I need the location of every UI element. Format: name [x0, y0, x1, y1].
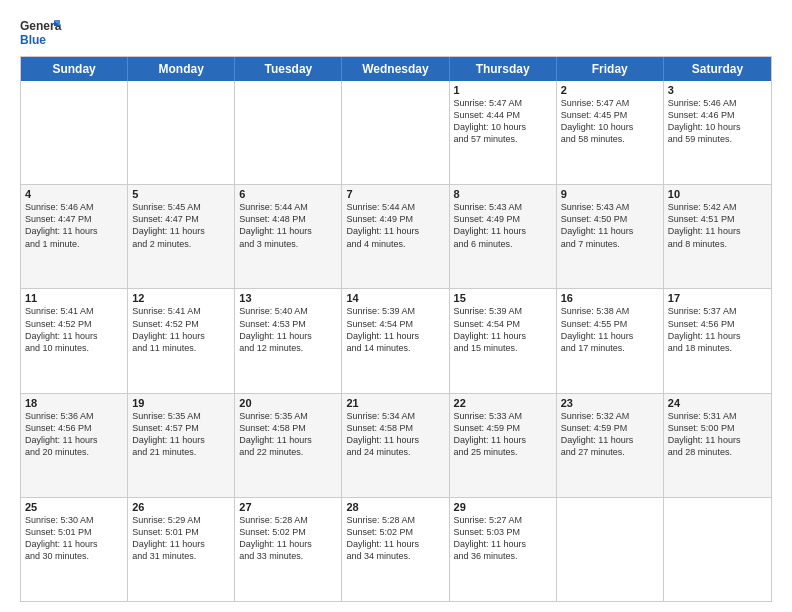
cal-cell-0-0: [21, 81, 128, 184]
day-number: 24: [668, 397, 767, 409]
cal-cell-1-3: 7Sunrise: 5:44 AM Sunset: 4:49 PM Daylig…: [342, 185, 449, 288]
cal-cell-1-2: 6Sunrise: 5:44 AM Sunset: 4:48 PM Daylig…: [235, 185, 342, 288]
header-day-saturday: Saturday: [664, 57, 771, 81]
day-info: Sunrise: 5:42 AM Sunset: 4:51 PM Dayligh…: [668, 201, 767, 250]
day-number: 6: [239, 188, 337, 200]
day-info: Sunrise: 5:39 AM Sunset: 4:54 PM Dayligh…: [454, 305, 552, 354]
calendar-row-2: 11Sunrise: 5:41 AM Sunset: 4:52 PM Dayli…: [21, 289, 771, 393]
day-number: 12: [132, 292, 230, 304]
cal-cell-0-1: [128, 81, 235, 184]
day-number: 27: [239, 501, 337, 513]
day-info: Sunrise: 5:35 AM Sunset: 4:57 PM Dayligh…: [132, 410, 230, 459]
day-info: Sunrise: 5:33 AM Sunset: 4:59 PM Dayligh…: [454, 410, 552, 459]
cal-cell-3-4: 22Sunrise: 5:33 AM Sunset: 4:59 PM Dayli…: [450, 394, 557, 497]
day-number: 9: [561, 188, 659, 200]
day-number: 29: [454, 501, 552, 513]
svg-text:Blue: Blue: [20, 33, 46, 47]
day-info: Sunrise: 5:45 AM Sunset: 4:47 PM Dayligh…: [132, 201, 230, 250]
day-info: Sunrise: 5:28 AM Sunset: 5:02 PM Dayligh…: [346, 514, 444, 563]
cal-cell-4-6: [664, 498, 771, 601]
day-number: 28: [346, 501, 444, 513]
page: General Blue SundayMondayTuesdayWednesda…: [0, 0, 792, 612]
day-number: 13: [239, 292, 337, 304]
cal-cell-0-2: [235, 81, 342, 184]
cal-cell-1-0: 4Sunrise: 5:46 AM Sunset: 4:47 PM Daylig…: [21, 185, 128, 288]
day-info: Sunrise: 5:43 AM Sunset: 4:50 PM Dayligh…: [561, 201, 659, 250]
day-info: Sunrise: 5:44 AM Sunset: 4:48 PM Dayligh…: [239, 201, 337, 250]
day-info: Sunrise: 5:38 AM Sunset: 4:55 PM Dayligh…: [561, 305, 659, 354]
day-number: 11: [25, 292, 123, 304]
calendar-body: 1Sunrise: 5:47 AM Sunset: 4:44 PM Daylig…: [21, 81, 771, 601]
day-info: Sunrise: 5:34 AM Sunset: 4:58 PM Dayligh…: [346, 410, 444, 459]
day-number: 20: [239, 397, 337, 409]
cal-cell-3-0: 18Sunrise: 5:36 AM Sunset: 4:56 PM Dayli…: [21, 394, 128, 497]
logo: General Blue: [20, 16, 62, 48]
day-info: Sunrise: 5:29 AM Sunset: 5:01 PM Dayligh…: [132, 514, 230, 563]
cal-cell-2-6: 17Sunrise: 5:37 AM Sunset: 4:56 PM Dayli…: [664, 289, 771, 392]
calendar-header: SundayMondayTuesdayWednesdayThursdayFrid…: [21, 57, 771, 81]
day-number: 7: [346, 188, 444, 200]
day-number: 14: [346, 292, 444, 304]
cal-cell-4-1: 26Sunrise: 5:29 AM Sunset: 5:01 PM Dayli…: [128, 498, 235, 601]
day-info: Sunrise: 5:47 AM Sunset: 4:44 PM Dayligh…: [454, 97, 552, 146]
header-day-wednesday: Wednesday: [342, 57, 449, 81]
logo-svg: General Blue: [20, 16, 62, 48]
calendar-row-0: 1Sunrise: 5:47 AM Sunset: 4:44 PM Daylig…: [21, 81, 771, 185]
day-number: 22: [454, 397, 552, 409]
cal-cell-3-5: 23Sunrise: 5:32 AM Sunset: 4:59 PM Dayli…: [557, 394, 664, 497]
cal-cell-3-2: 20Sunrise: 5:35 AM Sunset: 4:58 PM Dayli…: [235, 394, 342, 497]
day-info: Sunrise: 5:41 AM Sunset: 4:52 PM Dayligh…: [25, 305, 123, 354]
cal-cell-4-4: 29Sunrise: 5:27 AM Sunset: 5:03 PM Dayli…: [450, 498, 557, 601]
cal-cell-4-2: 27Sunrise: 5:28 AM Sunset: 5:02 PM Dayli…: [235, 498, 342, 601]
cal-cell-0-4: 1Sunrise: 5:47 AM Sunset: 4:44 PM Daylig…: [450, 81, 557, 184]
cal-cell-4-5: [557, 498, 664, 601]
day-number: 2: [561, 84, 659, 96]
cal-cell-2-2: 13Sunrise: 5:40 AM Sunset: 4:53 PM Dayli…: [235, 289, 342, 392]
cal-cell-3-1: 19Sunrise: 5:35 AM Sunset: 4:57 PM Dayli…: [128, 394, 235, 497]
header-day-friday: Friday: [557, 57, 664, 81]
day-number: 21: [346, 397, 444, 409]
day-info: Sunrise: 5:43 AM Sunset: 4:49 PM Dayligh…: [454, 201, 552, 250]
cal-cell-2-4: 15Sunrise: 5:39 AM Sunset: 4:54 PM Dayli…: [450, 289, 557, 392]
header: General Blue: [20, 16, 772, 48]
day-info: Sunrise: 5:44 AM Sunset: 4:49 PM Dayligh…: [346, 201, 444, 250]
header-day-sunday: Sunday: [21, 57, 128, 81]
day-number: 5: [132, 188, 230, 200]
header-day-thursday: Thursday: [450, 57, 557, 81]
day-info: Sunrise: 5:40 AM Sunset: 4:53 PM Dayligh…: [239, 305, 337, 354]
day-number: 26: [132, 501, 230, 513]
day-info: Sunrise: 5:31 AM Sunset: 5:00 PM Dayligh…: [668, 410, 767, 459]
day-number: 4: [25, 188, 123, 200]
day-info: Sunrise: 5:36 AM Sunset: 4:56 PM Dayligh…: [25, 410, 123, 459]
cal-cell-2-5: 16Sunrise: 5:38 AM Sunset: 4:55 PM Dayli…: [557, 289, 664, 392]
day-info: Sunrise: 5:27 AM Sunset: 5:03 PM Dayligh…: [454, 514, 552, 563]
calendar-row-4: 25Sunrise: 5:30 AM Sunset: 5:01 PM Dayli…: [21, 498, 771, 601]
cal-cell-1-1: 5Sunrise: 5:45 AM Sunset: 4:47 PM Daylig…: [128, 185, 235, 288]
day-info: Sunrise: 5:30 AM Sunset: 5:01 PM Dayligh…: [25, 514, 123, 563]
day-number: 3: [668, 84, 767, 96]
day-info: Sunrise: 5:39 AM Sunset: 4:54 PM Dayligh…: [346, 305, 444, 354]
cal-cell-2-0: 11Sunrise: 5:41 AM Sunset: 4:52 PM Dayli…: [21, 289, 128, 392]
day-number: 8: [454, 188, 552, 200]
header-day-monday: Monday: [128, 57, 235, 81]
day-info: Sunrise: 5:47 AM Sunset: 4:45 PM Dayligh…: [561, 97, 659, 146]
cal-cell-2-1: 12Sunrise: 5:41 AM Sunset: 4:52 PM Dayli…: [128, 289, 235, 392]
day-number: 16: [561, 292, 659, 304]
header-day-tuesday: Tuesday: [235, 57, 342, 81]
cal-cell-0-5: 2Sunrise: 5:47 AM Sunset: 4:45 PM Daylig…: [557, 81, 664, 184]
cal-cell-4-3: 28Sunrise: 5:28 AM Sunset: 5:02 PM Dayli…: [342, 498, 449, 601]
cal-cell-2-3: 14Sunrise: 5:39 AM Sunset: 4:54 PM Dayli…: [342, 289, 449, 392]
day-number: 10: [668, 188, 767, 200]
cal-cell-0-3: [342, 81, 449, 184]
calendar: SundayMondayTuesdayWednesdayThursdayFrid…: [20, 56, 772, 602]
cal-cell-3-3: 21Sunrise: 5:34 AM Sunset: 4:58 PM Dayli…: [342, 394, 449, 497]
cal-cell-3-6: 24Sunrise: 5:31 AM Sunset: 5:00 PM Dayli…: [664, 394, 771, 497]
day-info: Sunrise: 5:46 AM Sunset: 4:47 PM Dayligh…: [25, 201, 123, 250]
cal-cell-0-6: 3Sunrise: 5:46 AM Sunset: 4:46 PM Daylig…: [664, 81, 771, 184]
day-info: Sunrise: 5:32 AM Sunset: 4:59 PM Dayligh…: [561, 410, 659, 459]
day-number: 18: [25, 397, 123, 409]
cal-cell-1-5: 9Sunrise: 5:43 AM Sunset: 4:50 PM Daylig…: [557, 185, 664, 288]
day-info: Sunrise: 5:46 AM Sunset: 4:46 PM Dayligh…: [668, 97, 767, 146]
day-number: 1: [454, 84, 552, 96]
day-number: 25: [25, 501, 123, 513]
